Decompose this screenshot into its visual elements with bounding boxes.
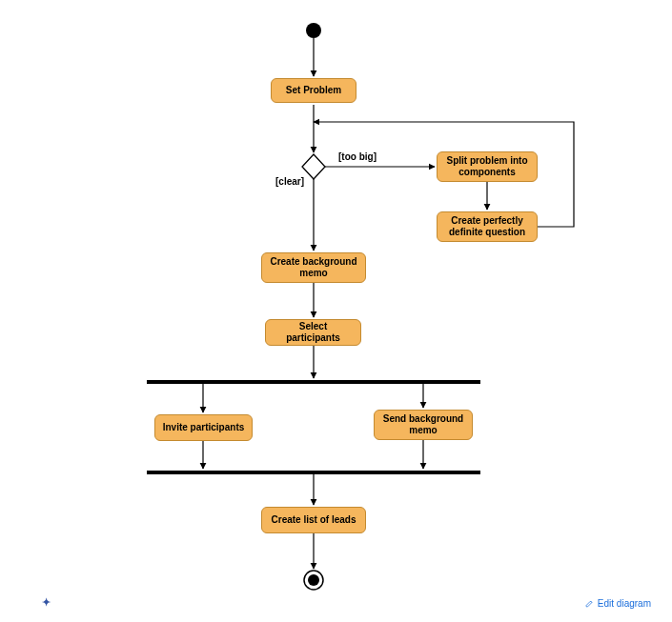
corner-glyph: ✦: [42, 596, 51, 609]
pencil-icon: [585, 599, 594, 608]
final-node-ring: [304, 571, 323, 590]
edit-diagram-label: Edit diagram: [598, 598, 651, 609]
join-bar: [147, 471, 480, 474]
node-background-memo: Create background memo: [261, 252, 366, 283]
activity-diagram: Set Problem Split problem into component…: [0, 0, 672, 622]
node-definite-question: Create perfectly definite question: [437, 211, 538, 242]
node-select-participants: Select participants: [265, 319, 361, 346]
guard-clear: [clear]: [275, 176, 304, 187]
decision-node: [302, 154, 325, 179]
edit-diagram-link[interactable]: Edit diagram: [585, 598, 651, 609]
node-list-of-leads: Create list of leads: [261, 507, 366, 533]
node-split-problem: Split problem into components: [437, 151, 538, 182]
guard-too-big: [too big]: [338, 151, 377, 162]
fork-bar: [147, 380, 480, 384]
final-node-dot: [308, 574, 319, 586]
node-send-memo: Send background memo: [374, 410, 473, 440]
node-invite-participants: Invite participants: [154, 414, 253, 441]
node-set-problem: Set Problem: [271, 78, 356, 103]
initial-node: [306, 23, 321, 38]
